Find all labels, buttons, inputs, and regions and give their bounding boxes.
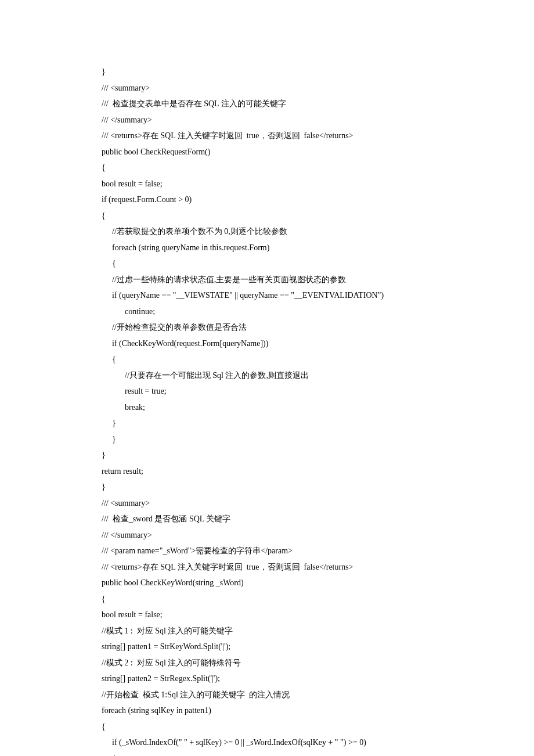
code-line: /// 检查提交表单中是否存在 SQL 注入的可能关键字 [102, 96, 432, 112]
code-line: break; [102, 399, 432, 416]
code-line: //模式 2 : 对应 Sql 注入的可能特殊符号 [102, 655, 432, 671]
code-line: } [102, 447, 432, 463]
code-line: } [102, 64, 432, 80]
code-line: //若获取提交的表单项个数不为 0,则逐个比较参数 [102, 224, 432, 240]
code-line: } [102, 415, 432, 431]
code-line: { [102, 719, 432, 735]
code-line: public bool CheckKeyWord(string _sWord) [102, 575, 432, 591]
code-line: string[] patten1 = StrKeyWord.Split('|')… [102, 639, 432, 655]
code-line: /// <summary> [102, 80, 432, 96]
code-line: bool result = false; [102, 176, 432, 192]
code-line: if (request.Form.Count > 0) [102, 192, 432, 208]
code-line: result = true; [102, 383, 432, 399]
code-line: /// </summary> [102, 527, 432, 543]
code-page: }/// <summary>/// 检查提交表单中是否存在 SQL 注入的可能关… [0, 0, 534, 756]
code-line: //模式 1 : 对应 Sql 注入的可能关键字 [102, 623, 432, 639]
code-line: /// <param name="_sWord">需要检查的字符串</param… [102, 543, 432, 559]
code-line: if (_sWord.IndexOf(" " + sqlKey) >= 0 ||… [102, 735, 432, 751]
code-line: } [102, 431, 432, 448]
code-line: { [102, 255, 432, 272]
code-line: public bool CheckRequestForm() [102, 144, 432, 160]
code-line: string[] patten2 = StrRegex.Split('|'); [102, 671, 432, 687]
code-line: /// 检查_sword 是否包涵 SQL 关键字 [102, 511, 432, 527]
code-line: //只要存在一个可能出现 Sql 注入的参数,则直接退出 [102, 368, 432, 384]
code-line: if (CheckKeyWord(request.Form[queryName]… [102, 336, 432, 352]
code-line: return result; [102, 463, 432, 480]
code-line: //过虑一些特殊的请求状态值,主要是一些有关页面视图状态的参数 [102, 272, 432, 288]
code-line: //开始检查提交的表单参数值是否合法 [102, 319, 432, 336]
code-line: { [102, 751, 432, 757]
code-line: /// <returns>存在 SQL 注入关键字时返回 true，否则返回 f… [102, 559, 432, 575]
code-line: foreach (string sqlKey in patten1) [102, 703, 432, 719]
code-line: { [102, 208, 432, 224]
code-line: } [102, 479, 432, 495]
code-line: //开始检查 模式 1:Sql 注入的可能关键字 的注入情况 [102, 687, 432, 703]
code-line: bool result = false; [102, 607, 432, 623]
code-line: { [102, 591, 432, 607]
code-line: foreach (string queryName in this.reques… [102, 240, 432, 256]
code-line: { [102, 351, 432, 368]
code-line: if (queryName == "__VIEWSTATE" || queryN… [102, 287, 432, 304]
code-line: { [102, 160, 432, 176]
code-line: /// <summary> [102, 495, 432, 512]
code-line: /// </summary> [102, 112, 432, 128]
code-line: /// <returns>存在 SQL 注入关键字时返回 true，否则返回 f… [102, 128, 432, 144]
code-line: continue; [102, 304, 432, 320]
